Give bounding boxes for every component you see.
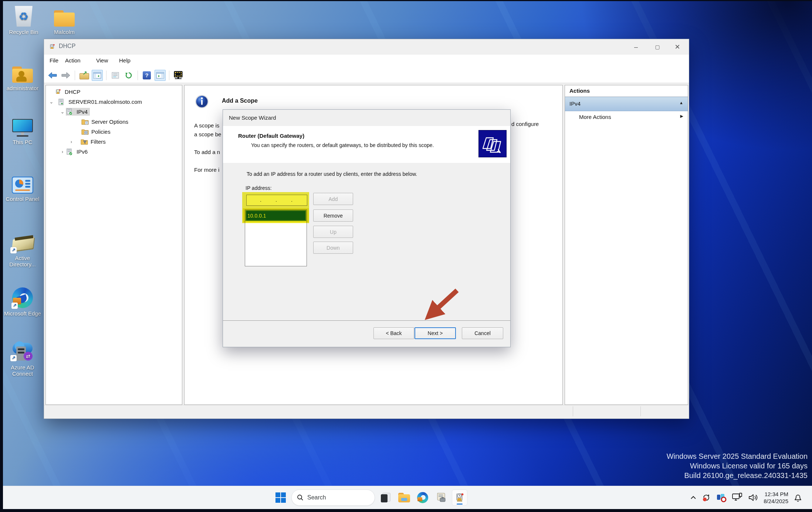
active-directory-icon: ↗ <box>2 230 43 253</box>
evaluation-watermark: Windows Server 2025 Standard Evaluation … <box>667 451 808 480</box>
shortcut-arrow-icon: ↗ <box>10 355 17 361</box>
policies-folder-icon <box>81 129 89 135</box>
edge-icon[interactable] <box>415 489 430 506</box>
desktop-icon-label: Control Panel <box>2 196 43 202</box>
desktop-icon-active-directory[interactable]: ↗ Active Directory... <box>2 230 43 267</box>
forward-button[interactable] <box>60 70 71 81</box>
clock[interactable]: 12:34 PM 8/24/2025 <box>764 491 788 505</box>
desktop-icon-label: administrator <box>2 85 43 91</box>
minimize-button[interactable]: – <box>627 40 644 54</box>
ip-address-label: IP address: <box>246 185 272 191</box>
notifications-bell-icon[interactable] <box>794 493 802 502</box>
wizard-title: New Scope Wizard <box>229 115 276 121</box>
window-titlebar[interactable]: DHCP – ▢ ✕ <box>44 39 689 55</box>
dhcp-taskbar-icon[interactable] <box>452 489 467 506</box>
network-icon[interactable] <box>732 493 743 502</box>
tree-item-filters[interactable]: › Filters <box>68 137 106 147</box>
dhcp-tray-icon[interactable] <box>716 493 727 502</box>
shortcut-arrow-icon: ↗ <box>11 303 18 309</box>
back-button[interactable] <box>47 70 58 81</box>
menu-help[interactable]: Help <box>119 57 131 64</box>
down-button[interactable]: Down <box>313 242 353 254</box>
remove-button[interactable]: Remove <box>313 209 353 222</box>
desktop-icon-label: Azure AD Connect <box>2 364 43 377</box>
dhcp-app-icon <box>49 44 55 50</box>
recycle-bin-icon: ♻ <box>3 4 44 27</box>
task-view-icon[interactable] <box>378 489 393 506</box>
add-button[interactable]: Add <box>313 193 353 205</box>
background-text-fragment: a scope be <box>194 131 221 137</box>
tray-chevron-up-icon[interactable] <box>690 496 696 499</box>
file-explorer-icon[interactable] <box>396 489 412 506</box>
wizard-titlebar[interactable]: New Scope Wizard <box>223 110 510 126</box>
tree-item-server-options[interactable]: Server Options <box>81 117 128 127</box>
server-options-folder-icon <box>81 119 89 125</box>
start-button[interactable] <box>273 489 288 506</box>
router-list-selected-item[interactable]: 10.0.0.1 <box>246 210 306 221</box>
dhcp-root-icon <box>55 89 62 95</box>
search-input[interactable]: Search <box>291 489 375 506</box>
desktop-icon-administrator[interactable]: administrator <box>2 60 43 91</box>
more-actions-item[interactable]: More Actions ▶ <box>565 110 688 124</box>
back-button[interactable]: < Back <box>373 327 414 339</box>
refresh-button[interactable] <box>123 70 134 81</box>
wizard-page-title: Router (Default Gateway) <box>238 133 304 139</box>
up-button[interactable]: Up <box>313 226 353 238</box>
chevron-right-icon[interactable]: › <box>68 139 75 144</box>
tree-item-ipv4[interactable]: ⌄ IPv4 <box>59 107 90 117</box>
desktop-icon-microsoft-edge[interactable]: ↗ Microsoft Edge <box>2 285 43 317</box>
tree-item-policies[interactable]: Policies <box>81 127 111 137</box>
desktop-icon-recycle-bin[interactable]: ♻ Recycle Bin <box>3 4 44 35</box>
cancel-button[interactable]: Cancel <box>462 327 503 339</box>
show-hide-action-pane-button[interactable] <box>155 70 166 81</box>
actions-group-ipv4[interactable]: IPv4 ▲ <box>565 97 688 111</box>
ipv6-server-icon <box>67 149 74 155</box>
ip-address-input[interactable]: . . . <box>246 195 307 206</box>
desktop-icon-label: This PC <box>2 139 43 145</box>
toolbar: ↗ ? <box>44 68 689 83</box>
menu-action[interactable]: Action <box>65 57 81 64</box>
desktop-icon-this-pc[interactable]: This PC <box>2 114 43 145</box>
chevron-down-icon[interactable]: ⌄ <box>59 109 66 115</box>
wizard-page-subtitle: You can specify the routers, or default … <box>251 142 434 148</box>
info-icon <box>195 95 209 109</box>
close-button[interactable]: ✕ <box>669 40 686 54</box>
desktop-icon-azure-ad-connect[interactable]: ⇄ ↗ Azure AD Connect <box>2 339 43 377</box>
show-hide-console-tree-button[interactable] <box>92 70 103 81</box>
new-scope-wizard-dialog: New Scope Wizard Router (Default Gateway… <box>223 109 511 347</box>
maximize-button[interactable]: ▢ <box>649 40 666 54</box>
collapse-group-icon[interactable]: ▲ <box>679 100 683 105</box>
properties-button[interactable] <box>110 70 121 81</box>
server-manager-icon[interactable] <box>433 489 449 506</box>
tree-item-ipv6[interactable]: › IPv6 <box>59 147 88 157</box>
background-text-fragment: To add a n <box>194 149 220 155</box>
desktop-icon-control-panel[interactable]: Control Panel <box>2 171 43 202</box>
chevron-down-icon[interactable]: ⌄ <box>48 99 55 105</box>
tree-item-dhcp[interactable]: DHCP <box>48 87 81 97</box>
volume-icon[interactable] <box>748 493 758 502</box>
remote-desktop-icon[interactable] <box>173 70 184 81</box>
help-button[interactable]: ? <box>141 70 152 81</box>
menu-view[interactable]: View <box>96 57 108 64</box>
chevron-right-icon[interactable]: › <box>59 149 66 154</box>
router-list[interactable]: 10.0.0.1 <box>245 209 307 266</box>
next-button[interactable]: Next > <box>415 327 456 339</box>
tree-item-server[interactable]: ⌄ SERVER01.malcolmsoto.com <box>48 97 142 107</box>
status-bar <box>44 405 689 417</box>
menu-bar: File Action View Help <box>44 55 689 68</box>
sync-status-icon[interactable] <box>701 493 711 502</box>
taskbar: Search <box>3 486 812 509</box>
actions-pane: Actions IPv4 ▲ More Actions ▶ <box>565 85 688 405</box>
desktop-icon-malcolm[interactable]: Malcolm <box>44 4 85 35</box>
wizard-footer-divider <box>223 320 510 321</box>
export-list-icon[interactable]: ↗ <box>78 70 89 81</box>
content-heading: Add a Scope <box>222 98 258 104</box>
menu-file[interactable]: File <box>50 57 58 64</box>
background-text-fragment: A scope is <box>194 122 219 129</box>
tray-date: 8/24/2025 <box>764 498 788 505</box>
desktop-icon-label: Malcolm <box>44 29 85 35</box>
folder-icon <box>44 4 85 27</box>
ipv4-server-icon <box>67 108 74 115</box>
background-text-fragment: d configure <box>511 121 539 127</box>
submenu-arrow-icon: ▶ <box>680 114 683 119</box>
